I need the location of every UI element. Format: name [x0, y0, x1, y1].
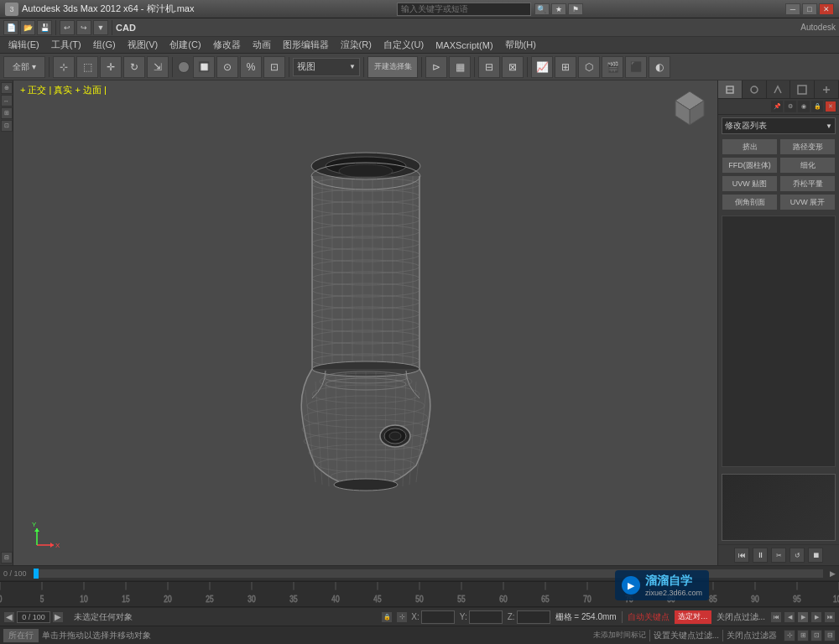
rp-tab-display[interactable]	[790, 80, 815, 98]
lock-selection[interactable]: 🔒	[381, 611, 393, 623]
mirror-tool[interactable]: ⊳	[425, 56, 447, 78]
angle-snap[interactable]: ⊙	[216, 56, 238, 78]
select-tool[interactable]: ⊹	[53, 56, 75, 78]
align-tool[interactable]: ⊟	[478, 56, 500, 78]
new-btn[interactable]: 📄	[3, 20, 18, 35]
y-coord-input[interactable]	[469, 610, 503, 624]
menu-create[interactable]: 创建(C)	[164, 37, 206, 53]
rp-tab-utilities[interactable]	[815, 80, 839, 98]
menu-edit[interactable]: 编辑(E)	[3, 37, 44, 53]
title-search-input[interactable]	[397, 3, 531, 16]
mod-uvw-unwrap[interactable]: UVW 展开	[779, 194, 836, 210]
close-button[interactable]: ✕	[819, 3, 834, 15]
menu-modifier[interactable]: 修改器	[208, 37, 246, 53]
lt-btn-2[interactable]: ↔	[1, 95, 13, 106]
scale-tool[interactable]: ⇲	[147, 56, 169, 78]
play-go-start[interactable]: ⏮	[734, 548, 749, 563]
menu-graph-editor[interactable]: 图形编辑器	[278, 37, 334, 53]
array-tool[interactable]: ▦	[449, 56, 471, 78]
snap-toggle[interactable]: 🔲	[193, 56, 215, 78]
timeline-left-btn[interactable]: ◀	[3, 611, 15, 623]
playback-play[interactable]: ▶	[797, 611, 809, 623]
options-btn[interactable]: ◉	[798, 101, 810, 112]
mod-pathdeform[interactable]: 路径变形	[779, 138, 836, 155]
schematic-view[interactable]: ⊞	[555, 56, 576, 78]
redo-btn[interactable]: ↪	[76, 20, 91, 35]
status-btn-2[interactable]: ⊞	[797, 630, 809, 641]
flag-btn[interactable]: ⚑	[568, 3, 583, 15]
play-loop[interactable]: ↺	[789, 548, 805, 563]
set-key-filter[interactable]: 设置关键点过滤...	[654, 630, 719, 641]
timeline-slider[interactable]: 0 / 100 ▶	[0, 566, 839, 581]
close-rp-btn[interactable]: ✕	[825, 101, 836, 112]
maximize-button[interactable]: □	[802, 3, 817, 15]
timeline-numbers[interactable]: 0 5 10 15 20 25 30 35 40 45 50 55 60 65 …	[0, 581, 839, 607]
percent-snap[interactable]: %	[240, 56, 262, 78]
mode-btn[interactable]: 所在行	[3, 629, 39, 642]
status-btn-3[interactable]: ⊡	[810, 630, 822, 641]
playback-prev-frame[interactable]: ◀	[784, 611, 795, 623]
rp-tab-hierarchy[interactable]	[743, 80, 767, 98]
menu-render[interactable]: 渲染(R)	[336, 37, 377, 53]
select-filter-dropdown[interactable]: 全部 ▾	[3, 56, 45, 78]
z-coord-input[interactable]	[517, 610, 550, 624]
lt-btn-bottom[interactable]: ⊟	[1, 552, 13, 564]
undo-btn[interactable]: ↩	[60, 20, 75, 35]
rotate-tool[interactable]: ↻	[123, 56, 145, 78]
timeline-right-btn[interactable]: ▶	[52, 611, 64, 623]
viewport[interactable]: + 正交 | 真实 + 边面 |	[13, 80, 717, 565]
pin-btn[interactable]: 📌	[771, 101, 783, 112]
render-btn[interactable]: ⬛	[625, 56, 647, 78]
mod-uvw-map[interactable]: UVW 贴图	[722, 175, 778, 192]
select-region-tool[interactable]: ⬚	[76, 56, 98, 78]
align-options[interactable]: ⊠	[502, 56, 524, 78]
mod-relax[interactable]: 乔松平量	[779, 175, 836, 192]
star-btn[interactable]: ★	[551, 3, 566, 15]
lt-btn-1[interactable]: ⊕	[1, 82, 13, 94]
search-btn[interactable]: 🔍	[534, 3, 550, 15]
play-pause[interactable]: ⏸	[753, 548, 768, 563]
material-editor[interactable]: ⬡	[578, 56, 600, 78]
menu-customize[interactable]: 自定义(U)	[378, 37, 429, 53]
render-setup[interactable]: 🎬	[602, 56, 623, 78]
close-filter-label[interactable]: 关闭点过滤器	[727, 630, 777, 641]
menu-help[interactable]: 帮助(H)	[500, 37, 541, 53]
playback-next[interactable]: ⏭	[824, 611, 836, 623]
timeline-thumb[interactable]	[34, 569, 39, 579]
minimize-button[interactable]: ─	[785, 3, 800, 15]
play-stop[interactable]: ⏹	[808, 548, 823, 563]
open-btn[interactable]: 📂	[20, 20, 35, 35]
lt-btn-4[interactable]: ⊡	[1, 120, 13, 132]
menu-view[interactable]: 视图(V)	[122, 37, 164, 53]
activeShade[interactable]: ◐	[649, 56, 670, 78]
undo-list-btn[interactable]: ▼	[93, 20, 108, 35]
create-selection[interactable]: 开建选择集	[367, 56, 418, 78]
save-btn[interactable]: 💾	[37, 20, 52, 35]
move-tool[interactable]: ✛	[100, 56, 122, 78]
playback-next-frame[interactable]: ▶	[810, 611, 822, 623]
status-btn-1[interactable]: ⊹	[784, 630, 795, 641]
x-coord-input[interactable]	[421, 610, 455, 624]
set-key-btn[interactable]: 选定对…	[675, 610, 711, 624]
modifier-list-dropdown[interactable]: 修改器列表 ▼	[722, 117, 836, 134]
config-btn[interactable]: ⚙	[784, 101, 796, 112]
nav-cube[interactable]	[669, 87, 711, 129]
status-btn-4[interactable]: ⊟	[824, 630, 836, 641]
rp-tab-modify[interactable]	[718, 80, 743, 98]
spinner-snap[interactable]: ⊡	[263, 56, 285, 78]
mod-ffd-cylinder[interactable]: FFD(圆柱体)	[722, 157, 778, 174]
menu-group[interactable]: 组(G)	[88, 37, 121, 53]
view-dropdown[interactable]: 视图 ▼	[293, 58, 360, 76]
menu-tools[interactable]: 工具(T)	[46, 37, 86, 53]
play-cut[interactable]: ✂	[771, 548, 786, 563]
lt-btn-3[interactable]: ⊞	[1, 107, 13, 119]
curve-editor[interactable]: 📈	[531, 56, 553, 78]
playback-prev[interactable]: ⏮	[770, 611, 782, 623]
lock-rp-btn[interactable]: 🔒	[811, 101, 823, 112]
menu-animation[interactable]: 动画	[248, 37, 276, 53]
rp-tab-motion[interactable]	[767, 80, 791, 98]
mod-tessellate[interactable]: 细化	[779, 157, 836, 174]
animate-btn[interactable]: ⊹	[396, 611, 408, 623]
menu-maxscript[interactable]: MAXScript(M)	[430, 39, 498, 52]
reference-coord[interactable]	[178, 61, 190, 73]
